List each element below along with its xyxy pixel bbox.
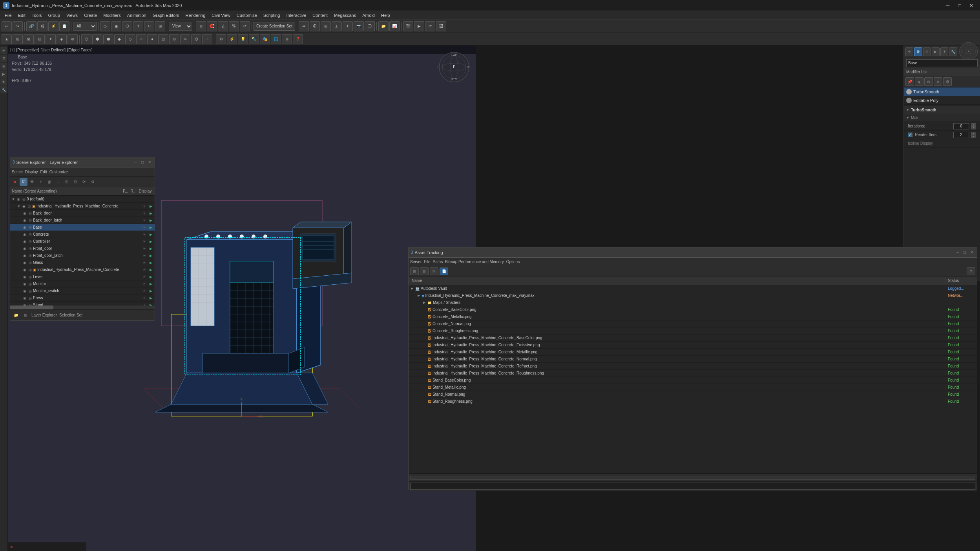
display-ms[interactable]: ▶ — [148, 289, 154, 293]
vis2-mon[interactable]: ◎ — [27, 282, 33, 286]
rotate-btn[interactable]: ↻ — [144, 21, 154, 31]
ts-riters-up[interactable]: ▲ — [971, 132, 976, 135]
ts-render-iters-input[interactable] — [953, 132, 969, 138]
at-row-concrete-base[interactable]: 🖼 Concrete_BaseColor.png Found — [409, 306, 977, 313]
vis-ctrl[interactable]: ◉ — [22, 240, 27, 244]
vis-lever[interactable]: ◉ — [22, 275, 27, 279]
render-setup-btn[interactable]: 🎬 — [403, 21, 413, 31]
tree-item-glass[interactable]: ◉ ◎ Glass ✳ ▶ — [10, 259, 155, 266]
at-maps-expand[interactable]: ▶ — [422, 301, 426, 304]
vis2-fd[interactable]: ◎ — [27, 247, 33, 251]
at-row-ihp-metallic[interactable]: 🖼 Industrial_Hydraulic_Press_Machine_Con… — [409, 349, 977, 356]
normal-align-btn[interactable]: ⊥ — [332, 21, 342, 31]
at-max-expand[interactable]: ▶ — [417, 294, 421, 297]
menu-civil-view[interactable]: Civil View — [208, 12, 233, 18]
vis2-glass[interactable]: ◎ — [27, 261, 33, 265]
se-options-icon[interactable]: ⚙ — [89, 178, 97, 186]
at-minimize-btn[interactable]: ─ — [955, 250, 960, 255]
at-row-ihp-roughness[interactable]: 🖼 Industrial_Hydraulic_Press_Machine_Con… — [409, 370, 977, 377]
vis-fdl[interactable]: ◉ — [22, 254, 27, 258]
se-menu-display[interactable]: Display — [25, 170, 38, 174]
se-menu-select[interactable]: Select — [12, 170, 23, 174]
mirror-btn[interactable]: ⇔ — [299, 21, 309, 31]
tree-item-monitor-switch[interactable]: ◉ ◎ Monitor_switch ✳ ▶ — [10, 287, 155, 295]
filter-dropdown[interactable]: All — [73, 22, 97, 31]
angle-snap-btn[interactable]: ∠ — [218, 21, 228, 31]
at-menu-file[interactable]: File — [424, 260, 430, 264]
tb2-btn-14[interactable]: ● — [147, 34, 157, 44]
tb2-btn-18[interactable]: ⌬ — [191, 34, 201, 44]
menu-edit[interactable]: Edit — [15, 12, 29, 18]
tb2-btn-15[interactable]: ◎ — [158, 34, 168, 44]
display-ind[interactable]: ▶ — [148, 268, 154, 272]
at-row-ihp-refract[interactable]: 🖼 Industrial_Hydraulic_Press_Machine_Con… — [409, 363, 977, 370]
menu-graph-editors[interactable]: Graph Editors — [150, 12, 182, 18]
vis-0[interactable]: ◉ — [16, 197, 21, 201]
tree-item-back-door[interactable]: ◉ ◎ Back_door ✳ ▶ — [10, 210, 155, 217]
at-row-maps-folder[interactable]: ▶ 📁 Maps / Shaders — [409, 299, 977, 306]
display-press[interactable]: ▶ — [148, 296, 154, 300]
vis2-bd[interactable]: ◎ — [27, 211, 33, 215]
hscroll-thumb[interactable] — [10, 306, 53, 309]
at-close-btn[interactable]: ✕ — [969, 250, 975, 255]
modifier-editable-poly[interactable]: Editable Poly — [904, 96, 980, 105]
modify-mode-btn[interactable]: ⚒ — [914, 47, 922, 56]
redo-button[interactable]: ↪ — [13, 21, 23, 31]
vis2-base[interactable]: ◎ — [27, 225, 33, 229]
tb2-btn-25[interactable]: 🌐 — [271, 34, 281, 44]
display-conc[interactable]: ▶ — [148, 233, 154, 236]
expand-0[interactable]: ▼ — [11, 197, 16, 201]
display-fd[interactable]: ▶ — [148, 247, 154, 251]
ts-iterations-spinner[interactable]: ▲ ▼ — [971, 123, 976, 129]
scene-explorer-minimize[interactable]: ─ — [133, 160, 138, 165]
scene-explorer-maximize[interactable]: □ — [140, 160, 145, 165]
menu-modifiers[interactable]: Modifiers — [100, 12, 124, 18]
at-row-max-file[interactable]: ▶ ■ Industrial_Hydraulic_Press_Machine_C… — [409, 292, 977, 299]
ts-riters-down[interactable]: ▼ — [971, 135, 976, 138]
align-camera-btn[interactable]: 📷 — [354, 21, 364, 31]
display-glass[interactable]: ▶ — [148, 261, 154, 265]
at-menu-server[interactable]: Server — [410, 260, 422, 264]
tree-item-base[interactable]: ◉ ◎ Base ✳ ▶ — [10, 224, 155, 231]
turbosmooth-main-header[interactable]: ▼ Main — [904, 114, 980, 122]
at-collapse-btn[interactable]: ⊟ — [420, 267, 429, 275]
at-active-btn[interactable]: 📄 — [440, 267, 448, 275]
tb2-btn-19[interactable]: ∴ — [202, 34, 212, 44]
pin-modifier-btn[interactable]: 📌 — [905, 77, 914, 86]
tb2-btn-26[interactable]: ⊛ — [282, 34, 292, 44]
at-help-btn[interactable]: ? — [967, 267, 975, 275]
render-iterative-btn[interactable]: ⟳ — [425, 21, 435, 31]
at-refresh-btn[interactable]: ⟳ — [430, 267, 438, 275]
menu-group[interactable]: Group — [45, 12, 63, 18]
vis-press[interactable]: ◉ — [22, 296, 27, 300]
utils-mode-btn[interactable]: 🔧 — [949, 47, 957, 56]
menu-views[interactable]: Views — [63, 12, 81, 18]
menu-help[interactable]: Help — [378, 12, 393, 18]
menu-arnold[interactable]: Arnold — [359, 12, 378, 18]
tb2-btn-8[interactable]: ⬡ — [81, 34, 91, 44]
ts-iter-up[interactable]: ▲ — [971, 123, 976, 126]
tb2-btn-17[interactable]: ∞ — [180, 34, 190, 44]
se-delete-layer-icon[interactable]: 🗑 — [46, 178, 53, 186]
vis2-ctrl[interactable]: ◎ — [27, 240, 33, 244]
at-row-stand-roughness[interactable]: 🖼 Stand_Roughness.png Found — [409, 398, 977, 405]
vis2-lever[interactable]: ◎ — [27, 275, 33, 279]
modify-panel-icon[interactable]: ⚒ — [0, 55, 7, 62]
select-lasso-btn[interactable]: ⬡ — [122, 21, 132, 31]
vis-glass[interactable]: ◉ — [22, 261, 27, 265]
menu-content[interactable]: Content — [309, 12, 331, 18]
scene-explorer-hscroll[interactable] — [10, 306, 155, 309]
base-name-input[interactable] — [906, 59, 978, 67]
at-row-stand-base[interactable]: 🖼 Stand_BaseColor.png Found — [409, 377, 977, 384]
select-object-btn[interactable]: ◇ — [100, 21, 110, 31]
display-1[interactable]: ▶ — [148, 204, 154, 208]
display-base[interactable]: ▶ — [148, 225, 154, 229]
create-selection-set-button[interactable]: Create Selection Set — [254, 22, 295, 31]
se-menu-edit[interactable]: Edit — [40, 170, 47, 174]
layer-manager-btn[interactable]: 📁 — [378, 21, 389, 31]
tree-item-lever[interactable]: ◉ ◎ Lever ✳ ▶ — [10, 273, 155, 280]
vis2-conc[interactable]: ◎ — [27, 233, 33, 236]
vis-1[interactable]: ◉ — [21, 204, 27, 208]
tree-item-monitor[interactable]: ◉ ◎ Monitor ✳ ▶ — [10, 280, 155, 287]
menu-create[interactable]: Create — [81, 12, 100, 18]
